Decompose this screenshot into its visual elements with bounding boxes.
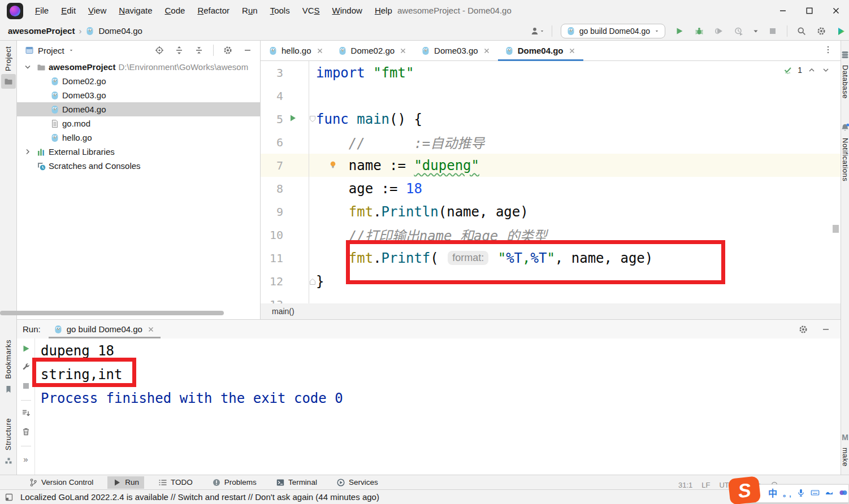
tree-item-external-libraries[interactable]: External Libraries <box>17 145 260 159</box>
hide-button[interactable] <box>242 44 253 57</box>
fold-marker-open[interactable] <box>308 115 317 125</box>
code-token: age := <box>316 181 406 197</box>
stripe-tab-project[interactable]: Project <box>1 43 16 92</box>
close-button[interactable] <box>822 0 849 21</box>
close-small-icon[interactable] <box>146 325 155 334</box>
debug-button[interactable] <box>694 24 705 38</box>
tree-item-hello-go[interactable]: hello.go <box>17 131 260 145</box>
tree-chevron-icon[interactable] <box>21 63 34 72</box>
status-widget[interactable]: LF <box>701 481 710 489</box>
menu-window[interactable]: Window <box>326 0 369 21</box>
menu-code[interactable]: Code <box>159 0 192 21</box>
menu-navigate[interactable]: Navigate <box>112 0 158 21</box>
coverage-button[interactable] <box>713 24 725 38</box>
ime-keyboard-button[interactable] <box>811 488 820 499</box>
menu-file[interactable]: File <box>29 0 55 21</box>
scroll-end-button[interactable] <box>21 409 31 419</box>
ime-chinese-mode-button[interactable]: 中 <box>768 489 777 498</box>
breadcrumb-file[interactable]: Dome04.go <box>98 26 142 36</box>
run-console-tab[interactable]: go build Dome04.go <box>49 321 161 338</box>
status-message[interactable]: Localized GoLand 2022.2.4 is available /… <box>20 492 379 502</box>
search-button[interactable] <box>796 24 807 38</box>
tree-item-go-mod[interactable]: go.mod <box>17 116 260 131</box>
wrench-button[interactable] <box>21 363 31 373</box>
close-small-icon[interactable] <box>482 46 491 55</box>
ime-toolbox-button[interactable] <box>839 488 848 499</box>
more-button[interactable]: » <box>21 454 31 470</box>
settings-button[interactable] <box>798 323 809 336</box>
goland-colors-button[interactable] <box>835 24 847 38</box>
run-configuration-select[interactable]: go build Dome04.go <box>561 24 665 38</box>
profiler-button[interactable] <box>733 24 744 38</box>
tool-window-tab-run[interactable]: Run <box>107 476 144 489</box>
dropdown-button[interactable] <box>753 24 759 38</box>
code-editor[interactable]: 3import "fmt"45func main() {6 // :=自动推导7… <box>261 61 841 303</box>
stripe-tab-notifications[interactable]: Notifications <box>841 117 849 185</box>
tool-window-tab-todo[interactable]: TODO <box>153 476 198 489</box>
tree-item-awesomeproject[interactable]: awesomeProject D:\Environment\GoWorks\aw… <box>17 60 260 74</box>
ime-microphone-button[interactable] <box>796 488 805 499</box>
tool-window-tab-services[interactable]: Services <box>331 476 383 489</box>
sogou-ime-logo-icon[interactable]: S <box>728 476 761 504</box>
close-small-icon[interactable] <box>315 46 324 55</box>
settings-button[interactable] <box>816 24 827 38</box>
run-line-button[interactable] <box>288 114 297 124</box>
chevron-up-sm-icon[interactable] <box>807 66 816 75</box>
tool-window-tab-version-control[interactable]: Version Control <box>24 476 98 489</box>
collapse-all-button[interactable] <box>193 44 205 57</box>
inspections-widget[interactable]: 1 <box>783 66 830 75</box>
minimize-button[interactable] <box>769 0 796 21</box>
line-number: 7 <box>261 159 283 172</box>
trash-button[interactable] <box>21 427 31 438</box>
fold-marker-close[interactable] <box>308 277 317 288</box>
project-panel-title[interactable]: Project <box>38 46 64 55</box>
tree-item-dome04-go[interactable]: Dome04.go <box>17 102 260 116</box>
tool-windows-icon[interactable] <box>5 493 14 502</box>
tree-item-dome02-go[interactable]: Dome02.go <box>17 74 260 88</box>
settings-button[interactable] <box>222 44 233 57</box>
editor-tab-dome02-go[interactable]: Dome02.go <box>331 41 415 61</box>
locate-button[interactable] <box>154 44 165 57</box>
menu-vcs[interactable]: VCS <box>296 0 326 21</box>
menu-help[interactable]: Help <box>369 0 398 21</box>
close-small-icon[interactable] <box>568 46 577 55</box>
user-button[interactable] <box>532 24 543 38</box>
ime-punctuation-button[interactable]: 。, <box>782 489 791 499</box>
close-small-icon[interactable] <box>398 46 408 55</box>
status-widget[interactable]: 31:1 <box>678 481 692 489</box>
editor-tab-dome04-go[interactable]: Dome04.go <box>498 41 583 61</box>
tool-window-tab-terminal[interactable]: Terminal <box>271 476 322 489</box>
menu-run[interactable]: Run <box>236 0 264 21</box>
breadcrumb-project[interactable]: awesomeProject <box>8 26 75 36</box>
menu-refactor[interactable]: Refactor <box>191 0 236 21</box>
hide-button[interactable] <box>820 323 831 336</box>
editor-tab-hello-go[interactable]: hello.go <box>262 41 331 61</box>
tree-item-dome03-go[interactable]: Dome03.go <box>17 88 260 102</box>
ime-skin-button[interactable] <box>825 488 834 499</box>
code-token: %T <box>506 250 522 266</box>
tool-window-tab-problems[interactable]: Problems <box>207 476 262 489</box>
rerun-button[interactable] <box>21 344 31 355</box>
editor-tab-dome03-go[interactable]: Dome03.go <box>414 41 498 61</box>
stop-button[interactable] <box>21 381 31 392</box>
maximize-button[interactable] <box>796 0 822 21</box>
stripe-tab-make[interactable]: Mmake <box>841 427 849 470</box>
run-console-output[interactable]: dupeng 18string,intProcess finished with… <box>35 338 841 475</box>
stripe-tab-database[interactable]: Database <box>841 44 849 102</box>
stripe-tab-bookmarks[interactable]: Bookmarks <box>1 336 16 400</box>
expand-all-button[interactable] <box>174 44 185 57</box>
code-token: fmt <box>349 204 373 220</box>
line-number: 13 <box>261 298 283 304</box>
tree-item-scratches-and-consoles[interactable]: Scratches and Consoles <box>17 159 260 173</box>
stop-button[interactable] <box>767 24 778 38</box>
run-button[interactable] <box>674 24 685 38</box>
menu-view[interactable]: View <box>82 0 112 21</box>
menu-edit[interactable]: Edit <box>55 0 82 21</box>
chevron-down-sm-icon[interactable] <box>821 66 830 75</box>
intention-bulb-button[interactable] <box>328 160 337 171</box>
tree-chevron-icon[interactable] <box>21 147 34 157</box>
project-horizontal-scrollbar[interactable] <box>0 311 224 315</box>
stripe-tab-structure[interactable]: Structure <box>1 415 16 471</box>
editor-breadcrumb[interactable]: main() <box>261 303 841 319</box>
menu-tools[interactable]: Tools <box>264 0 296 21</box>
